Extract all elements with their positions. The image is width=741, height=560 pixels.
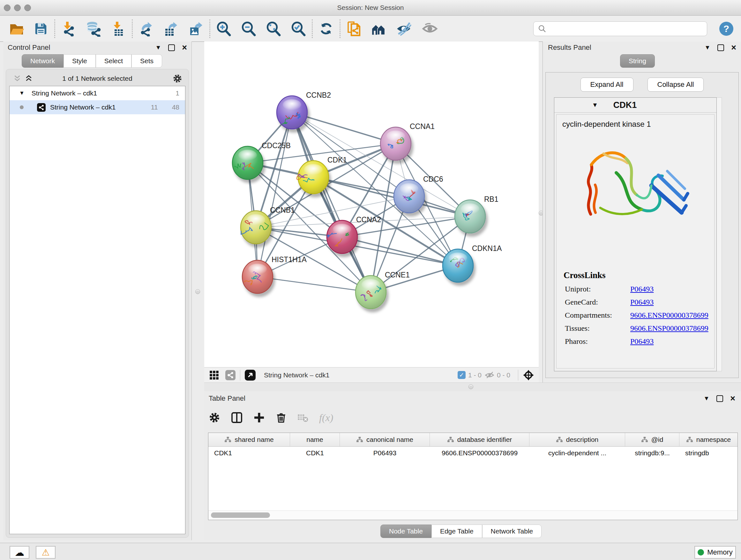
tab-network-table[interactable]: Network Table — [482, 524, 542, 538]
crosslink-tissues[interactable]: 9606.ENSP00000378699 — [630, 324, 709, 333]
control-panel-menu-icon[interactable]: ▼ — [155, 44, 161, 51]
network-node-RB1[interactable]: RB1 — [455, 195, 498, 233]
left-splitter-handle[interactable] — [195, 289, 200, 294]
control-panel-float-icon[interactable] — [168, 44, 175, 51]
tab-sets[interactable]: Sets — [131, 54, 162, 68]
zoom-fit-icon[interactable] — [265, 20, 282, 37]
node-label-CCNE1: CCNE1 — [385, 271, 410, 279]
network-node-HIST1H1A[interactable]: HIST1H1A — [242, 255, 307, 294]
column-header-namespace[interactable]: namespace — [679, 433, 738, 446]
crosslink-pharos[interactable]: P06493 — [630, 337, 654, 346]
grid-view-icon[interactable] — [209, 370, 219, 380]
pan-crosshair-icon[interactable] — [523, 369, 534, 381]
crosslink-compartments[interactable]: 9606.ENSP00000378699 — [630, 311, 709, 320]
memory-button[interactable]: Memory — [694, 546, 736, 559]
crosslink-uniprot[interactable]: P06493 — [630, 285, 654, 294]
collapse-all-button[interactable]: Collapse All — [648, 78, 704, 91]
network-node-CDK1[interactable]: CDK1 — [297, 156, 347, 194]
tree-expander-icon[interactable]: ▼ — [19, 90, 24, 97]
crosslink-label: GeneCard: — [565, 298, 630, 307]
table-options-gear-icon[interactable] — [209, 412, 220, 423]
network-tree-root-row[interactable]: ▼ String Network – cdk1 1 — [10, 86, 185, 100]
refresh-icon[interactable] — [318, 20, 334, 37]
network-options-gear-icon[interactable] — [173, 74, 182, 83]
create-column-icon[interactable] — [253, 412, 265, 423]
expand-all-button[interactable]: Expand All — [581, 78, 633, 91]
network-view-title: String Network – cdk1 — [264, 371, 329, 379]
column-header-id[interactable]: @id — [625, 433, 679, 446]
search-input[interactable] — [533, 21, 707, 36]
network-edge[interactable] — [313, 177, 470, 216]
network-edge[interactable] — [258, 277, 371, 292]
import-network-file-icon[interactable] — [60, 20, 77, 37]
results-panel-float-icon[interactable] — [718, 44, 724, 51]
network-edge[interactable] — [258, 112, 292, 277]
delete-table-icon[interactable] — [297, 412, 308, 423]
import-table-file-icon[interactable] — [110, 20, 127, 37]
network-node-CDKN1A[interactable]: CDKN1A — [443, 244, 502, 282]
network-share-icon[interactable] — [225, 370, 235, 380]
network-tree-child-row[interactable]: String Network – cdk1 11 48 — [10, 100, 185, 114]
network-canvas[interactable]: CCNB2CCNA1CDC25BCDK1CDC6RB1CCNB1CCNA2CDK… — [204, 42, 539, 367]
table-row[interactable]: CDK1 CDK1 P06493 9606.ENSP00000378699 cy… — [208, 447, 738, 459]
column-header-database-identifier[interactable]: database identifier — [430, 433, 529, 446]
hide-selected-icon[interactable] — [395, 20, 412, 37]
function-builder-icon[interactable]: f(x) — [319, 412, 333, 424]
window-minimize-button[interactable] — [14, 4, 21, 11]
import-network-database-icon[interactable] — [85, 20, 102, 37]
show-columns-icon[interactable] — [231, 412, 243, 423]
scrollbar-thumb[interactable] — [211, 512, 270, 518]
hidden-eye-icon[interactable] — [485, 370, 494, 380]
birdseye-view-icon[interactable] — [245, 370, 256, 381]
tab-style[interactable]: Style — [64, 54, 96, 68]
column-header-name[interactable]: name — [290, 433, 340, 446]
tab-network[interactable]: Network — [22, 54, 64, 68]
network-node-CCNB2[interactable]: CCNB2 — [277, 91, 331, 129]
network-edge[interactable] — [292, 112, 396, 144]
zoom-selected-icon[interactable] — [290, 20, 307, 37]
crosslink-label: Uniprot: — [565, 285, 630, 294]
cloud-button[interactable]: ☁ — [10, 546, 29, 559]
horizontal-splitter[interactable] — [204, 382, 741, 392]
open-session-icon[interactable] — [8, 20, 25, 37]
export-network-icon[interactable] — [138, 20, 154, 37]
warnings-button[interactable]: ⚠ — [36, 546, 56, 559]
column-header-description[interactable]: description — [529, 433, 625, 446]
protein-expander-icon[interactable]: ▼ — [592, 102, 598, 109]
hidden-count: 0 - 0 — [497, 371, 510, 379]
tab-string[interactable]: String — [620, 54, 655, 68]
delete-column-icon[interactable] — [276, 412, 286, 423]
help-button[interactable]: ? — [719, 22, 733, 36]
tab-edge-table[interactable]: Edge Table — [431, 524, 482, 538]
horizontal-splitter-handle[interactable] — [468, 384, 473, 389]
first-neighbors-icon[interactable] — [370, 20, 387, 37]
results-panel-close-icon[interactable]: × — [731, 45, 736, 51]
save-session-icon[interactable] — [32, 20, 49, 37]
export-table-icon[interactable] — [163, 20, 179, 37]
zoom-in-icon[interactable] — [215, 20, 232, 37]
control-panel-close-icon[interactable]: × — [182, 45, 187, 51]
edge-count: 48 — [172, 104, 179, 111]
network-collection-label: String Network – cdk1 — [31, 89, 97, 97]
window-zoom-button[interactable] — [24, 4, 31, 11]
table-panel-menu-icon[interactable]: ▼ — [703, 395, 710, 402]
table-panel-float-icon[interactable] — [717, 395, 723, 402]
show-all-icon[interactable] — [421, 20, 438, 37]
selected-nodes-checkbox[interactable]: ✓ — [458, 371, 466, 379]
window-close-button[interactable] — [4, 4, 10, 11]
export-image-icon[interactable] — [188, 20, 204, 37]
table-panel-close-icon[interactable]: × — [730, 396, 735, 401]
network-edge[interactable] — [292, 112, 371, 292]
column-header-shared-name[interactable]: shared name — [208, 433, 290, 446]
results-panel-menu-icon[interactable]: ▼ — [704, 44, 711, 51]
main-toolbar: ? — [0, 16, 741, 42]
clone-network-icon[interactable] — [346, 20, 362, 37]
network-node-CCNA1[interactable]: CCNA1 — [381, 122, 434, 160]
zoom-out-icon[interactable] — [240, 20, 257, 37]
table-horizontal-scrollbar[interactable] — [208, 510, 738, 520]
column-type-icon — [224, 436, 231, 443]
tab-select[interactable]: Select — [96, 54, 131, 68]
crosslink-genecard[interactable]: P06493 — [630, 298, 654, 307]
column-header-canonical-name[interactable]: canonical name — [340, 433, 430, 446]
tab-node-table[interactable]: Node Table — [381, 524, 431, 538]
